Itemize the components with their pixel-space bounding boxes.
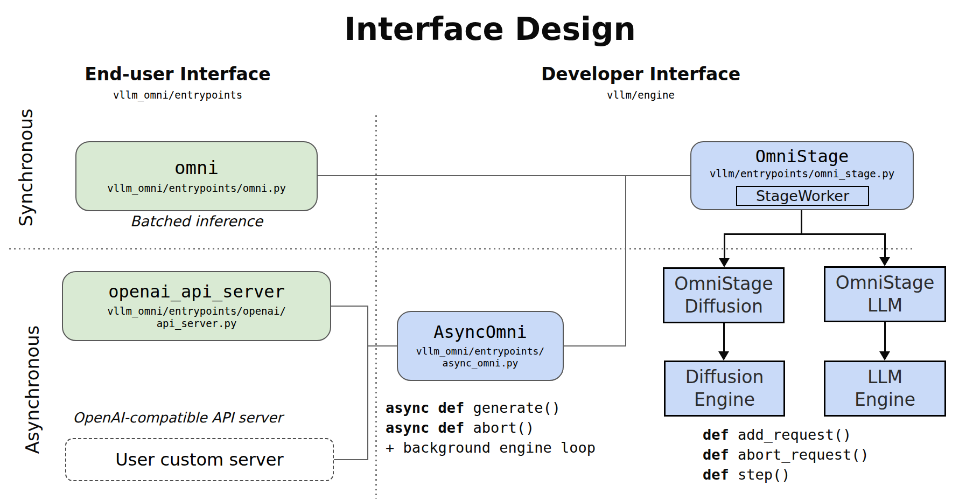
node-llm-engine-line1: LLM: [867, 366, 902, 389]
node-llm-engine: LLM Engine: [824, 361, 946, 417]
tree-branch-right-vertical: [884, 233, 886, 258]
connector-usercustom-to-trunk: [334, 459, 368, 460]
code-text: generate(): [464, 399, 561, 416]
enduser-developer-divider-line: [375, 115, 377, 499]
node-async-omni-path-line2: async_omni.py: [443, 357, 519, 369]
code-line-abort-request: def abort_request(): [703, 445, 869, 465]
node-omni: omni vllm_omni/entrypoints/omni.py: [75, 141, 318, 211]
interface-design-diagram: Interface Design End-user Interface vllm…: [0, 0, 980, 499]
tree-stem-diffusion-engine: [723, 323, 725, 352]
developer-interface-header: Developer Interface vllm/engine: [520, 64, 762, 101]
end-user-interface-title: End-user Interface: [57, 64, 299, 85]
row-label-asynchronous: Asynchronous: [22, 325, 43, 454]
tree-branch-left-vertical: [724, 233, 725, 259]
code-keyword: async def: [386, 399, 464, 416]
node-omnistage-llm-line1: OmniStage: [836, 272, 935, 294]
node-user-custom-server-label: User custom server: [115, 449, 283, 470]
code-keyword: def: [703, 466, 729, 483]
code-text: + background engine loop: [386, 439, 596, 456]
code-keyword: def: [703, 446, 729, 463]
end-user-interface-header: End-user Interface vllm_omni/entrypoints: [57, 64, 299, 101]
def-code-block: def add_request() def abort_request() de…: [703, 425, 869, 484]
node-omni-stage-path: vllm/entrypoints/omni_stage.py: [691, 168, 913, 180]
code-line-step: def step(): [703, 465, 869, 484]
node-async-omni-title: AsyncOmni: [433, 323, 527, 342]
developer-interface-title: Developer Interface: [520, 64, 762, 85]
code-text: step(): [729, 466, 790, 483]
arrow-to-omnistage-llm: [879, 257, 890, 266]
node-stage-worker: StageWorker: [736, 186, 869, 206]
code-keyword: def: [703, 426, 729, 443]
node-openai-title: openai_api_server: [108, 282, 285, 301]
code-keyword: async def: [386, 419, 464, 436]
sync-async-divider-line: [9, 248, 914, 250]
tree-branch-horizontal: [724, 233, 886, 235]
connector-omni-to-omnistage: [318, 175, 690, 176]
node-openai-path-line1: vllm_omni/entrypoints/openai/: [107, 305, 286, 317]
arrow-to-llm-engine: [879, 351, 890, 361]
node-omni-title: omni: [174, 158, 219, 178]
tree-stem-llm-engine: [884, 322, 886, 352]
node-diffusion-engine-line2: Engine: [694, 389, 755, 411]
end-user-interface-subtitle: vllm_omni/entrypoints: [57, 89, 299, 101]
developer-interface-subtitle: vllm/engine: [520, 89, 762, 101]
node-diffusion-engine-line1: Diffusion: [685, 366, 764, 389]
node-omnistage-llm-line2: LLM: [867, 294, 902, 317]
node-omni-stage: OmniStage vllm/entrypoints/omni_stage.py…: [690, 141, 914, 210]
connector-drop-to-asyncomni: [625, 176, 626, 346]
node-omni-stage-title: OmniStage: [691, 147, 913, 166]
node-omnistage-diffusion-line2: Diffusion: [684, 295, 763, 318]
node-async-omni: AsyncOmni vllm_omni/entrypoints/ async_o…: [397, 311, 564, 381]
node-user-custom-server: User custom server: [65, 438, 334, 481]
connector-asyncomni-right: [564, 345, 626, 346]
node-stage-worker-label: StageWorker: [756, 188, 849, 204]
node-async-omni-path-line1: vllm_omni/entrypoints/: [416, 345, 544, 357]
async-code-block: async def generate() async def abort() +…: [386, 398, 596, 458]
code-text: abort(): [464, 419, 534, 436]
arrow-to-omnistage-diffusion: [719, 258, 730, 267]
node-llm-engine-line2: Engine: [855, 389, 915, 411]
node-openai-path-line2: api_server.py: [157, 317, 237, 330]
code-line-generate: async def generate(): [386, 398, 596, 418]
code-text: add_request(): [729, 426, 852, 443]
connector-trunk-vertical: [367, 306, 368, 460]
node-omnistage-llm: OmniStage LLM: [824, 266, 946, 322]
connector-openai-to-trunk: [331, 306, 368, 307]
code-text: abort_request(): [729, 446, 869, 463]
node-openai-api-server: openai_api_server vllm_omni/entrypoints/…: [62, 271, 331, 341]
code-line-background-loop: + background engine loop: [386, 438, 596, 458]
connector-trunk-to-asyncomni: [367, 345, 398, 346]
caption-openai-compatible: OpenAI-compatible API server: [57, 410, 299, 426]
code-line-add-request: def add_request(): [703, 425, 869, 445]
node-diffusion-engine: Diffusion Engine: [664, 361, 785, 417]
arrow-to-diffusion-engine: [718, 351, 729, 361]
code-line-abort: async def abort(): [386, 418, 596, 438]
caption-batched-inference: Batched inference: [75, 213, 318, 230]
page-title: Interface Design: [0, 11, 980, 47]
node-omnistage-diffusion-line1: OmniStage: [674, 273, 773, 295]
node-omnistage-diffusion: OmniStage Diffusion: [663, 267, 785, 323]
row-label-synchronous: Synchronous: [15, 108, 37, 226]
node-omni-path: vllm_omni/entrypoints/omni.py: [107, 182, 286, 195]
